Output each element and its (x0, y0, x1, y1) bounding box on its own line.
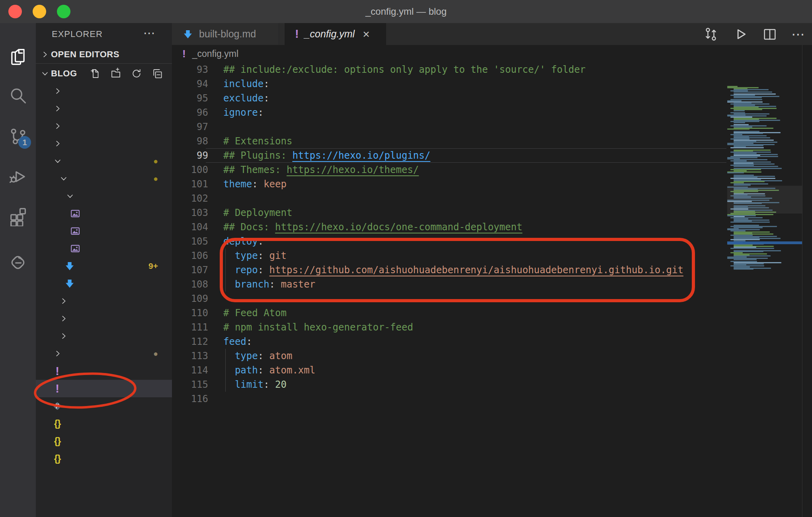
explorer-icon (8, 46, 28, 67)
tab-config-yml[interactable]: ! _config.yml × (285, 23, 386, 45)
code-line-108[interactable]: 108 branch: master (172, 277, 812, 292)
code-line-93[interactable]: 93## include:/exclude: options only appl… (172, 62, 812, 77)
tree-item-package-lock-json[interactable]: {} (36, 432, 172, 450)
explorer-title: EXPLORER (52, 23, 103, 45)
split-editor-icon[interactable] (762, 26, 778, 42)
folder-section-header[interactable]: BLOG (36, 65, 172, 82)
code-line-102[interactable]: 102 (172, 191, 812, 206)
code-line-106[interactable]: 106 type: git (172, 249, 812, 263)
git-icon (52, 400, 63, 412)
tree-item-package-json[interactable]: {} (36, 450, 172, 467)
tree-item-node-modules[interactable] (36, 100, 172, 117)
code-line-113[interactable]: 113 type: atom (172, 349, 812, 363)
tab-bar: built-blog.md ! _config.yml × ⋯ (172, 23, 812, 45)
code-area[interactable]: 93## include:/exclude: options only appl… (172, 62, 812, 406)
tree-item-initialize-blog-png[interactable] (36, 205, 172, 222)
code-line-109[interactable]: 109 (172, 292, 812, 306)
code-line-116[interactable]: 116 (172, 392, 812, 406)
explorer-activity-button[interactable] (0, 39, 36, 74)
markdown-arrow-icon (64, 278, 75, 289)
run-file-icon[interactable] (732, 26, 748, 42)
code-line-107[interactable]: 107 repo: https://github.com/aishuohuade… (172, 263, 812, 277)
code-line-114[interactable]: 114 path: atom.xml (172, 363, 812, 377)
scm-badge: 1 (18, 136, 31, 149)
code-line-104[interactable]: 104## Docs: https://hexo.io/docs/one-com… (172, 220, 812, 234)
json-icon: {} (52, 453, 63, 464)
chevron-down-icon (52, 157, 64, 165)
minimap-slider[interactable] (727, 186, 802, 214)
source-control-activity-button[interactable]: 1 (0, 119, 36, 154)
new-folder-icon[interactable] (110, 68, 122, 80)
gitlens-activity-button[interactable] (0, 245, 36, 280)
code-line-99[interactable]: 99## Plugins: https://hexo.io/plugins/ (172, 148, 812, 163)
tree-item-categories[interactable] (36, 310, 172, 327)
collapse-all-icon[interactable] (151, 68, 163, 80)
tree-item--config-landscape-yml[interactable]: ! (36, 362, 172, 380)
chevron-right-icon (52, 122, 64, 130)
tree-item-themes[interactable]: ● (36, 345, 172, 362)
tree-item--posts[interactable]: ● (36, 170, 172, 187)
run-debug-activity-button[interactable] (0, 158, 36, 194)
close-tab-icon[interactable]: × (363, 28, 370, 40)
image-icon (70, 225, 81, 237)
minimap-current-line (727, 241, 802, 244)
tree-item-source[interactable]: ● (36, 152, 172, 170)
tree-item--deploy-git[interactable] (36, 82, 172, 100)
tree-item--gitignore[interactable] (36, 397, 172, 415)
tree-item-public[interactable] (36, 117, 172, 135)
code-line-111[interactable]: 111# npm install hexo-generator-feed (172, 320, 812, 334)
line-number: 115 (172, 379, 208, 390)
extensions-activity-button[interactable] (0, 198, 36, 234)
refresh-icon[interactable] (131, 68, 142, 80)
search-activity-button[interactable] (0, 78, 36, 113)
code-line-94[interactable]: 94include: (172, 77, 812, 91)
code-line-103[interactable]: 103# Deployment (172, 206, 812, 220)
code-line-112[interactable]: 112feed: (172, 334, 812, 349)
chevron-down-icon (39, 69, 51, 78)
code-line-97[interactable]: 97 (172, 120, 812, 134)
code-line-105[interactable]: 105deploy: (172, 234, 812, 249)
json-icon: {} (52, 435, 63, 447)
open-changes-icon[interactable] (703, 26, 719, 42)
line-content: # Extensions (223, 136, 292, 147)
breadcrumb[interactable]: ! _config.yml (172, 45, 812, 62)
markdown-arrow-icon (182, 29, 193, 40)
code-line-96[interactable]: 96ignore: (172, 105, 812, 120)
line-number: 106 (172, 250, 208, 261)
line-content: theme: keep (223, 179, 287, 190)
tree-item--config-yml[interactable]: ! (36, 380, 172, 397)
problems-badge: 9+ (148, 261, 158, 271)
new-file-icon[interactable] (89, 68, 101, 80)
code-line-110[interactable]: 110# Feed Atom (172, 306, 812, 320)
more-actions-icon[interactable]: ⋯ (791, 26, 805, 42)
code-line-95[interactable]: 95exclude: (172, 91, 812, 105)
line-content: # npm install hexo-generator-feed (223, 322, 413, 333)
tree-item-built-blog[interactable] (36, 187, 172, 205)
code-line-101[interactable]: 101theme: keep (172, 177, 812, 191)
tree-item-scaffolds[interactable] (36, 135, 172, 152)
tree-item-about[interactable] (36, 292, 172, 310)
line-number: 104 (172, 222, 208, 233)
line-content: exclude: (223, 93, 269, 104)
line-content: include: (223, 78, 269, 89)
explorer-more-actions-icon[interactable]: ⋯ (143, 23, 156, 45)
overview-ruler (802, 45, 802, 517)
tree-item-new-repository-[interactable] (36, 222, 172, 240)
open-editors-section[interactable]: OPEN EDITORS (36, 46, 172, 63)
tab-built-blog-md[interactable]: built-blog.md (172, 23, 279, 45)
current-line-highlight (206, 148, 726, 163)
tree-item-new-repository2-[interactable] (36, 240, 172, 257)
tree-item-db-json[interactable]: {} (36, 415, 172, 432)
line-number: 100 (172, 164, 208, 175)
line-number: 105 (172, 236, 208, 247)
tree-item-tags[interactable] (36, 327, 172, 345)
code-line-100[interactable]: 100## Themes: https://hexo.io/themes/ (172, 163, 812, 177)
chevron-down-icon (58, 174, 70, 183)
tree-item-built-blog-md[interactable]: 9+ (36, 257, 172, 275)
code-line-98[interactable]: 98# Extensions (172, 134, 812, 148)
tree-item-hello-world-md[interactable] (36, 275, 172, 292)
code-line-115[interactable]: 115 limit: 20 (172, 377, 812, 392)
json-icon: {} (52, 418, 63, 429)
yaml-icon: ! (52, 365, 63, 377)
minimap[interactable] (727, 62, 802, 517)
